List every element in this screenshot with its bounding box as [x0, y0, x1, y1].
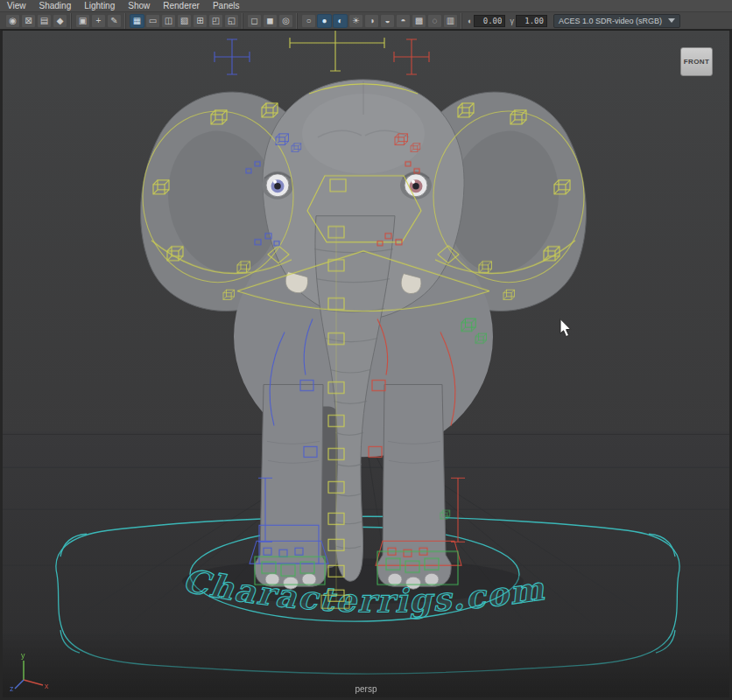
gamma-field: γ: [510, 15, 547, 27]
grid-icon[interactable]: ▦: [130, 14, 144, 28]
safe-title-icon[interactable]: ◱: [224, 14, 239, 28]
frame-all-icon[interactable]: ◻: [247, 14, 262, 28]
exposure-icon: ◐: [468, 17, 472, 25]
toolbar-display-group: ○●◐☀◑◒◓▩◌▥: [299, 13, 461, 29]
select-camera-icon[interactable]: ◉: [5, 14, 20, 28]
axis-indicator: y x z: [10, 650, 52, 692]
screen-space-ao-icon[interactable]: ◒: [380, 14, 395, 28]
axis-z-label: z: [10, 684, 14, 692]
menu-view[interactable]: View: [7, 0, 26, 12]
shadows-icon[interactable]: ◑: [364, 14, 379, 28]
two-d-pan-zoom-icon[interactable]: +: [91, 14, 106, 28]
front-view-button[interactable]: FRONT: [680, 47, 713, 76]
grease-pencil-icon[interactable]: ✎: [107, 14, 122, 28]
toolbar-gate-group: ▦▭◫▧⊞◰◱: [127, 13, 243, 29]
toolbar-image-group: ▣+✎: [73, 13, 125, 29]
panel-toolbar: ◉⊠▤◆ ▣+✎ ▦▭◫▧⊞◰◱ ◻◼◎ ○●◐☀◑◒◓▩◌▥ ◐ γ ACES…: [0, 12, 732, 30]
xray-icon[interactable]: ▥: [443, 14, 458, 28]
depth-of-field-icon[interactable]: ◌: [427, 14, 442, 28]
menu-renderer[interactable]: Renderer: [163, 0, 200, 12]
motion-blur-icon[interactable]: ◓: [396, 14, 411, 28]
axis-x-label: x: [45, 682, 49, 690]
dropdown-arrow-icon: [668, 18, 675, 23]
film-gate-icon[interactable]: ▭: [145, 14, 160, 28]
viewport[interactable]: Characterrigs.com: [0, 30, 732, 700]
use-all-lights-icon[interactable]: ☀: [348, 14, 363, 28]
bookmarks-icon[interactable]: ◆: [53, 14, 67, 28]
axis-y-label: y: [21, 651, 25, 660]
gate-mask-icon[interactable]: ▧: [177, 14, 192, 28]
menu-show[interactable]: Show: [128, 0, 150, 12]
isolate-select-icon[interactable]: ◎: [278, 14, 293, 28]
elephant-leg-right: [377, 384, 451, 586]
image-plane-icon[interactable]: ▣: [75, 14, 90, 28]
exposure-input[interactable]: [474, 15, 505, 27]
menu-shading[interactable]: Shading: [39, 0, 72, 12]
view-transform-dropdown[interactable]: ACES 1.0 SDR-video (sRGB): [553, 14, 680, 28]
menu-lighting[interactable]: Lighting: [84, 0, 115, 12]
toolbar-camera-group: ◉⊠▤◆: [3, 13, 71, 29]
smooth-shade-icon[interactable]: ●: [317, 14, 332, 28]
frame-selected-icon[interactable]: ◼: [263, 14, 278, 28]
gamma-icon: γ: [510, 17, 514, 25]
resolution-gate-icon[interactable]: ◫: [161, 14, 176, 28]
gamma-input[interactable]: [516, 15, 547, 27]
maya-viewport-panel: View Shading Lighting Show Renderer Pane…: [0, 0, 732, 700]
exposure-field: ◐: [468, 15, 505, 27]
field-chart-icon[interactable]: ⊞: [193, 14, 208, 28]
panel-menu-bar: View Shading Lighting Show Renderer Pane…: [0, 0, 732, 12]
wireframe-icon[interactable]: ○: [301, 14, 316, 28]
textured-icon[interactable]: ◐: [333, 14, 348, 28]
anti-aliasing-icon[interactable]: ▩: [412, 14, 426, 28]
lock-camera-icon[interactable]: ⊠: [21, 14, 36, 28]
menu-panels[interactable]: Panels: [213, 0, 240, 12]
safe-action-icon[interactable]: ◰: [208, 14, 223, 28]
view-transform-label: ACES 1.0 SDR-video (sRGB): [559, 17, 662, 25]
camera-attributes-icon[interactable]: ▤: [37, 14, 52, 28]
bottom-vignette: [3, 634, 729, 697]
scene-3d: Characterrigs.com: [3, 31, 729, 697]
toolbar-frame-group: ◻◼◎: [244, 13, 297, 29]
